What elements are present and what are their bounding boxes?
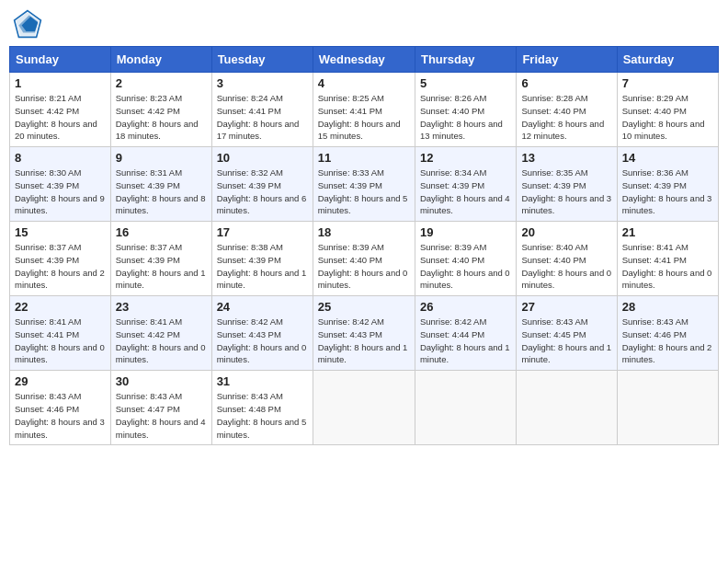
calendar-cell: 25 Sunrise: 8:42 AM Sunset: 4:43 PM Dayl… <box>313 296 415 371</box>
calendar-cell: 30 Sunrise: 8:43 AM Sunset: 4:47 PM Dayl… <box>110 371 211 445</box>
calendar-cell: 21 Sunrise: 8:41 AM Sunset: 4:41 PM Dayl… <box>617 222 718 296</box>
day-number: 1 <box>15 76 106 90</box>
day-info: Sunrise: 8:29 AM Sunset: 4:40 PM Dayligh… <box>622 92 713 143</box>
calendar-cell: 24 Sunrise: 8:42 AM Sunset: 4:43 PM Dayl… <box>211 296 313 371</box>
logo <box>13 9 46 39</box>
calendar-week-1: 1 Sunrise: 8:21 AM Sunset: 4:42 PM Dayli… <box>10 73 719 147</box>
day-info: Sunrise: 8:41 AM Sunset: 4:42 PM Dayligh… <box>116 316 207 366</box>
day-number: 18 <box>318 225 410 239</box>
calendar-cell: 11 Sunrise: 8:33 AM Sunset: 4:39 PM Dayl… <box>313 147 415 222</box>
day-info: Sunrise: 8:42 AM Sunset: 4:43 PM Dayligh… <box>217 316 308 366</box>
calendar-cell: 10 Sunrise: 8:32 AM Sunset: 4:39 PM Dayl… <box>211 147 313 222</box>
day-header-sunday: Sunday <box>10 47 111 73</box>
day-header-thursday: Thursday <box>415 47 516 73</box>
day-number: 23 <box>116 300 207 314</box>
day-number: 9 <box>116 151 207 165</box>
day-info: Sunrise: 8:34 AM Sunset: 4:39 PM Dayligh… <box>420 167 511 217</box>
calendar-cell: 5 Sunrise: 8:26 AM Sunset: 4:40 PM Dayli… <box>415 73 516 147</box>
day-info: Sunrise: 8:21 AM Sunset: 4:42 PM Dayligh… <box>15 92 106 143</box>
calendar-header-row: SundayMondayTuesdayWednesdayThursdayFrid… <box>10 47 719 73</box>
day-info: Sunrise: 8:36 AM Sunset: 4:39 PM Dayligh… <box>622 167 713 217</box>
day-number: 31 <box>217 374 308 388</box>
day-number: 20 <box>521 225 611 239</box>
day-info: Sunrise: 8:43 AM Sunset: 4:46 PM Dayligh… <box>15 390 106 441</box>
calendar-cell <box>415 371 516 445</box>
calendar-table: SundayMondayTuesdayWednesdayThursdayFrid… <box>9 46 719 445</box>
day-info: Sunrise: 8:35 AM Sunset: 4:39 PM Dayligh… <box>521 167 611 217</box>
day-info: Sunrise: 8:42 AM Sunset: 4:43 PM Dayligh… <box>318 316 410 366</box>
day-info: Sunrise: 8:43 AM Sunset: 4:47 PM Dayligh… <box>116 390 207 441</box>
day-number: 8 <box>15 151 106 165</box>
day-number: 25 <box>318 300 410 314</box>
calendar-cell: 12 Sunrise: 8:34 AM Sunset: 4:39 PM Dayl… <box>415 147 516 222</box>
calendar-cell: 7 Sunrise: 8:29 AM Sunset: 4:40 PM Dayli… <box>617 73 718 147</box>
day-header-wednesday: Wednesday <box>313 47 415 73</box>
calendar-week-3: 15 Sunrise: 8:37 AM Sunset: 4:39 PM Dayl… <box>10 222 719 296</box>
day-info: Sunrise: 8:24 AM Sunset: 4:41 PM Dayligh… <box>217 92 308 143</box>
calendar-cell: 2 Sunrise: 8:23 AM Sunset: 4:42 PM Dayli… <box>110 73 211 147</box>
day-number: 2 <box>116 76 207 90</box>
day-header-saturday: Saturday <box>617 47 718 73</box>
day-number: 13 <box>521 151 611 165</box>
day-number: 28 <box>622 300 713 314</box>
day-number: 19 <box>420 225 511 239</box>
day-info: Sunrise: 8:31 AM Sunset: 4:39 PM Dayligh… <box>116 167 207 217</box>
calendar-cell: 31 Sunrise: 8:43 AM Sunset: 4:48 PM Dayl… <box>211 371 313 445</box>
day-info: Sunrise: 8:42 AM Sunset: 4:44 PM Dayligh… <box>420 316 511 366</box>
day-number: 16 <box>116 225 207 239</box>
day-number: 6 <box>521 76 611 90</box>
day-number: 3 <box>217 76 308 90</box>
day-info: Sunrise: 8:33 AM Sunset: 4:39 PM Dayligh… <box>318 167 410 217</box>
calendar-cell <box>313 371 415 445</box>
calendar-cell: 27 Sunrise: 8:43 AM Sunset: 4:45 PM Dayl… <box>517 296 617 371</box>
calendar-cell: 9 Sunrise: 8:31 AM Sunset: 4:39 PM Dayli… <box>110 147 211 222</box>
day-info: Sunrise: 8:43 AM Sunset: 4:48 PM Dayligh… <box>217 390 308 441</box>
calendar-cell: 13 Sunrise: 8:35 AM Sunset: 4:39 PM Dayl… <box>517 147 617 222</box>
calendar-cell <box>517 371 617 445</box>
day-info: Sunrise: 8:37 AM Sunset: 4:39 PM Dayligh… <box>15 241 106 292</box>
day-number: 30 <box>116 374 207 388</box>
day-number: 22 <box>15 300 106 314</box>
calendar-cell: 15 Sunrise: 8:37 AM Sunset: 4:39 PM Dayl… <box>10 222 111 296</box>
day-header-friday: Friday <box>517 47 617 73</box>
calendar-cell: 29 Sunrise: 8:43 AM Sunset: 4:46 PM Dayl… <box>10 371 111 445</box>
calendar-week-4: 22 Sunrise: 8:41 AM Sunset: 4:41 PM Dayl… <box>10 296 719 371</box>
day-number: 29 <box>15 374 106 388</box>
day-number: 7 <box>622 76 713 90</box>
calendar-cell: 1 Sunrise: 8:21 AM Sunset: 4:42 PM Dayli… <box>10 73 111 147</box>
calendar-cell <box>617 371 718 445</box>
day-number: 24 <box>217 300 308 314</box>
day-info: Sunrise: 8:25 AM Sunset: 4:41 PM Dayligh… <box>318 92 410 143</box>
day-info: Sunrise: 8:28 AM Sunset: 4:40 PM Dayligh… <box>521 92 611 143</box>
day-info: Sunrise: 8:32 AM Sunset: 4:39 PM Dayligh… <box>217 167 308 217</box>
calendar-cell: 22 Sunrise: 8:41 AM Sunset: 4:41 PM Dayl… <box>10 296 111 371</box>
page-header <box>9 9 719 39</box>
calendar-cell: 14 Sunrise: 8:36 AM Sunset: 4:39 PM Dayl… <box>617 147 718 222</box>
day-number: 5 <box>420 76 511 90</box>
day-info: Sunrise: 8:43 AM Sunset: 4:46 PM Dayligh… <box>622 316 713 366</box>
day-info: Sunrise: 8:37 AM Sunset: 4:39 PM Dayligh… <box>116 241 207 292</box>
day-number: 26 <box>420 300 511 314</box>
day-info: Sunrise: 8:30 AM Sunset: 4:39 PM Dayligh… <box>15 167 106 217</box>
calendar-cell: 19 Sunrise: 8:39 AM Sunset: 4:40 PM Dayl… <box>415 222 516 296</box>
logo-icon <box>13 9 42 39</box>
day-number: 15 <box>15 225 106 239</box>
day-header-monday: Monday <box>110 47 211 73</box>
calendar-week-5: 29 Sunrise: 8:43 AM Sunset: 4:46 PM Dayl… <box>10 371 719 445</box>
day-header-tuesday: Tuesday <box>211 47 313 73</box>
day-info: Sunrise: 8:41 AM Sunset: 4:41 PM Dayligh… <box>622 241 713 292</box>
calendar-cell: 28 Sunrise: 8:43 AM Sunset: 4:46 PM Dayl… <box>617 296 718 371</box>
day-info: Sunrise: 8:26 AM Sunset: 4:40 PM Dayligh… <box>420 92 511 143</box>
calendar-cell: 4 Sunrise: 8:25 AM Sunset: 4:41 PM Dayli… <box>313 73 415 147</box>
day-info: Sunrise: 8:23 AM Sunset: 4:42 PM Dayligh… <box>116 92 207 143</box>
day-info: Sunrise: 8:39 AM Sunset: 4:40 PM Dayligh… <box>318 241 410 292</box>
day-number: 10 <box>217 151 308 165</box>
day-number: 4 <box>318 76 410 90</box>
day-info: Sunrise: 8:38 AM Sunset: 4:39 PM Dayligh… <box>217 241 308 292</box>
day-info: Sunrise: 8:41 AM Sunset: 4:41 PM Dayligh… <box>15 316 106 366</box>
calendar-week-2: 8 Sunrise: 8:30 AM Sunset: 4:39 PM Dayli… <box>10 147 719 222</box>
calendar-cell: 20 Sunrise: 8:40 AM Sunset: 4:40 PM Dayl… <box>517 222 617 296</box>
day-number: 21 <box>622 225 713 239</box>
day-number: 17 <box>217 225 308 239</box>
day-info: Sunrise: 8:39 AM Sunset: 4:40 PM Dayligh… <box>420 241 511 292</box>
